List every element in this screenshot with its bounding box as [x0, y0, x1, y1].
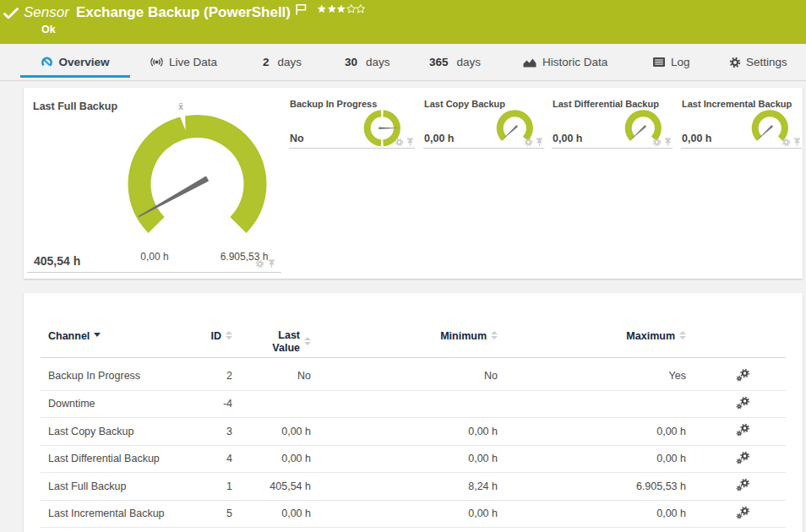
tab-settings-label: Settings [746, 56, 787, 68]
channel-row[interactable]: Downtime -4 [41, 390, 786, 418]
channel-row[interactable]: Backup In Progress 2 No No Yes [41, 357, 786, 390]
column-header-maximum-label: Maximum [626, 330, 675, 342]
channel-maximum-cell: 0,00 h [505, 500, 694, 528]
channel-maximum-cell: 0,00 h [505, 418, 694, 446]
tab-log[interactable]: Log [652, 44, 690, 80]
channel-settings-gears-icon[interactable] [736, 368, 750, 384]
channel-name-cell[interactable]: Downtime [41, 390, 185, 418]
live-data-icon [150, 56, 164, 68]
tab-2-days-unit: days [278, 56, 302, 68]
gauge-settings-gear-icon[interactable] [395, 138, 404, 147]
tab-overview-label: Overview [58, 56, 109, 68]
channel-actions-cell [694, 418, 786, 446]
gauge-settings-gear-icon[interactable] [652, 138, 662, 147]
channel-id-cell: 1 [185, 473, 240, 501]
sensor-tabbar: Overview Live Data 2 days 30 days 365 da… [0, 44, 806, 81]
gauge-tile-last-copy-backup[interactable]: Last Copy Backup 0,00 h [423, 91, 544, 149]
channel-name-cell[interactable]: Last Differential Backup [41, 445, 185, 473]
tab-historic-data[interactable]: Historic Data [522, 44, 607, 80]
channel-row[interactable]: Last Differential Backup 4 0,00 h 0,00 h… [41, 445, 786, 473]
channel-actions-cell [694, 500, 786, 528]
channel-actions-cell [694, 473, 786, 501]
tab-live-data[interactable]: Live Data [150, 44, 217, 80]
tab-historic-data-label: Historic Data [542, 56, 607, 68]
channel-minimum-cell: 0,00 h [319, 500, 505, 528]
channel-row[interactable]: Last Full Backup 1 405,54 h 8,24 h 6.905… [41, 473, 786, 501]
gauge-tile-backup-in-progress[interactable]: Backup In Progress No [289, 91, 415, 149]
channels-panel: Channel ID Last Value Minimum Maximum Ba… [24, 293, 803, 532]
channel-maximum-cell [505, 390, 694, 418]
column-header-id[interactable]: ID [185, 313, 240, 357]
tab-settings[interactable]: Settings [729, 44, 787, 80]
tab-365-days[interactable]: 365 days [429, 44, 481, 80]
gauge-settings-gear-icon[interactable] [255, 259, 264, 269]
gauge-settings-gear-icon[interactable] [781, 138, 791, 147]
tab-overview[interactable]: Overview [20, 44, 130, 80]
star-filled-icon[interactable] [317, 4, 327, 14]
gauge-icon [41, 56, 53, 68]
channel-row[interactable]: Last Incremental Backup 5 0,00 h 0,00 h … [41, 500, 786, 528]
star-filled-icon[interactable] [327, 4, 337, 14]
gauge-needle [502, 125, 518, 140]
gauge-tile-last-differential-backup[interactable]: Last Differential Backup 0,00 h [552, 91, 673, 149]
sensor-status-text: Ok [41, 24, 56, 35]
sort-icon [679, 331, 686, 339]
gauge-value: No [290, 133, 304, 144]
channel-maximum-cell: Yes [505, 357, 694, 390]
channel-minimum-cell: 8,24 h [319, 473, 505, 501]
gauge-value: 0,00 h [553, 133, 582, 144]
column-header-last-value[interactable]: Last Value [240, 313, 319, 357]
channel-id-cell: -4 [185, 390, 240, 418]
channel-settings-gears-icon[interactable] [736, 423, 750, 439]
channel-id-cell: 3 [185, 418, 240, 446]
gauge-tile-last-incremental-backup[interactable]: Last Incremental Backup 0,00 h [681, 91, 802, 149]
tab-365-days-number: 365 [429, 56, 449, 68]
gauge-needle [630, 125, 646, 140]
channel-name-cell[interactable]: Last Copy Backup [41, 418, 185, 446]
gauge-pin-icon[interactable] [664, 138, 672, 147]
gauge-tile-last-full-backup[interactable]: Last Full Backup x̄ 0,00 h 6.905,53 h 40… [27, 91, 281, 273]
channel-name-cell[interactable]: Last Incremental Backup [41, 500, 185, 528]
column-header-channel[interactable]: Channel [41, 313, 185, 357]
channel-id-cell: 5 [185, 500, 240, 528]
gauge-title: Last Copy Backup [424, 99, 505, 109]
channel-id-cell: 4 [185, 445, 240, 473]
gauge-pin-icon[interactable] [406, 138, 414, 147]
column-header-last-value-label: Last Value [266, 329, 300, 355]
tab-2-days[interactable]: 2 days [263, 44, 302, 80]
priority-stars[interactable] [317, 4, 366, 14]
channel-name-cell[interactable]: Last Full Backup [41, 473, 185, 501]
channel-settings-gears-icon[interactable] [736, 451, 750, 467]
gauge-pin-icon[interactable] [536, 138, 543, 147]
channel-settings-gears-icon[interactable] [736, 478, 750, 494]
channel-settings-gears-icon[interactable] [736, 396, 750, 412]
sort-icon [304, 337, 311, 345]
channel-settings-gears-icon[interactable] [736, 506, 750, 522]
channel-last-value-cell: 405,54 h [240, 473, 319, 501]
star-outline-icon[interactable] [356, 4, 366, 14]
gauge-pin-icon[interactable] [793, 138, 801, 147]
column-header-id-label: ID [211, 330, 222, 342]
channel-actions-cell [694, 390, 786, 418]
channel-maximum-cell: 6.905,53 h [505, 473, 694, 501]
channel-name-cell[interactable]: Backup In Progress [41, 357, 185, 390]
gauge-min-label: 0,00 h [121, 251, 188, 263]
star-outline-icon[interactable] [346, 4, 357, 14]
sensor-title: Exchange Backup (PowerShell) [76, 4, 291, 21]
column-header-maximum[interactable]: Maximum [505, 313, 694, 357]
sort-icon [491, 331, 498, 339]
flag-icon[interactable] [296, 4, 307, 15]
column-header-minimum-label: Minimum [440, 330, 487, 342]
gauge-value: 0,00 h [424, 133, 454, 144]
column-header-minimum[interactable]: Minimum [319, 313, 505, 357]
channel-last-value-cell: 0,00 h [240, 418, 319, 446]
channel-row[interactable]: Last Copy Backup 3 0,00 h 0,00 h 0,00 h [41, 418, 786, 446]
gauge-pin-icon[interactable] [268, 259, 275, 269]
star-filled-icon[interactable] [336, 4, 346, 14]
channel-minimum-cell: 0,00 h [319, 418, 505, 446]
gauge-needle [757, 125, 773, 140]
channel-last-value-cell: No [240, 357, 319, 390]
channel-minimum-cell [319, 390, 505, 418]
gauge-settings-gear-icon[interactable] [524, 138, 533, 147]
tab-30-days[interactable]: 30 days [345, 44, 390, 80]
